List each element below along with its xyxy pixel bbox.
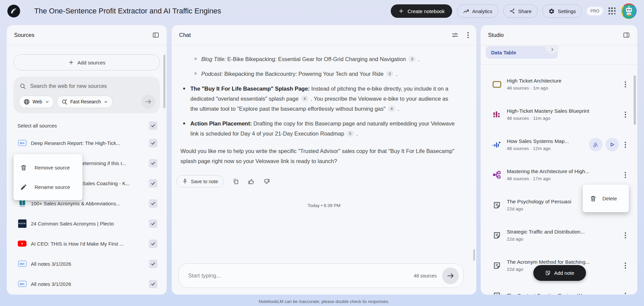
top-bar: The One-Sentence Profit Extractor and AI…	[0, 0, 644, 22]
pro-badge: PRO	[587, 7, 603, 15]
studio-item-row[interactable]: Mastering the Architecture of High...48 …	[492, 164, 629, 185]
chat-scrollbar[interactable]	[473, 249, 475, 261]
analytics-button[interactable]: Analytics	[457, 4, 498, 18]
collapse-panel-icon[interactable]	[152, 32, 159, 39]
studio-item-more-icon[interactable]	[622, 172, 629, 178]
chip-expand-icon[interactable]	[545, 45, 559, 54]
citation-chip[interactable]: 3	[386, 71, 393, 77]
send-button[interactable]	[442, 267, 459, 284]
trending-up-icon	[463, 8, 469, 14]
text-segment: .	[394, 71, 397, 77]
create-notebook-button[interactable]: Create notebook	[391, 4, 452, 18]
web-filter-chip[interactable]: Web	[19, 96, 54, 108]
share-icon	[509, 8, 515, 14]
text-segment: .	[417, 56, 420, 62]
source-checkbox[interactable]	[149, 179, 157, 188]
delete-menu-item[interactable]: Delete	[583, 185, 629, 212]
studio-item-title: Strategic Traffic and Distribution...	[507, 229, 622, 235]
studio-item-meta: 48 sources · 12m ago	[507, 146, 589, 151]
chat-message-line: The "Buy It For Life Basecamp" Splash Pa…	[180, 84, 457, 114]
studio-scrollbar[interactable]	[634, 75, 636, 125]
studio-item-more-icon[interactable]	[622, 111, 629, 118]
text-segment: Podcast:	[201, 71, 223, 77]
flashcards-icon	[492, 81, 501, 88]
sparkle-search-icon	[61, 99, 68, 105]
chat-input-placeholder: Start typing...	[188, 272, 414, 279]
source-title: Deep Research Report: The High-Tick...	[31, 140, 145, 146]
copy-icon[interactable]	[232, 178, 239, 185]
note-icon	[493, 261, 501, 270]
add-note-button[interactable]: Add note	[533, 265, 586, 281]
studio-item-more-icon[interactable]	[622, 293, 629, 295]
citation-chip[interactable]: 5	[347, 131, 354, 137]
notebooklm-logo-icon[interactable]	[7, 5, 20, 17]
plecto-icon: PLECTO	[18, 219, 26, 228]
trash-icon	[590, 195, 597, 202]
studio-item-meta: 48 sources · 11m ago	[507, 116, 622, 121]
mindmap-icon	[492, 171, 502, 179]
text-segment: Would you like me to help you write the …	[180, 148, 454, 164]
trash-icon	[20, 164, 27, 171]
thumbs-up-icon[interactable]	[248, 178, 255, 185]
source-checkbox[interactable]	[149, 159, 157, 167]
chat-input[interactable]: Start typing... 48 sources	[178, 263, 464, 288]
studio-item-row[interactable]: Strategic Traffic and Distribution...22d…	[492, 225, 629, 246]
citation-chip[interactable]: 4	[301, 96, 308, 102]
add-sources-button[interactable]: Add sources	[13, 54, 160, 70]
source-checkbox[interactable]	[149, 240, 157, 248]
studio-item-more-icon[interactable]	[622, 142, 629, 148]
search-input[interactable]: Search the web for new sources	[19, 82, 155, 90]
note-icon	[493, 292, 501, 295]
source-checkbox[interactable]	[149, 199, 157, 208]
remove-source-menu-item[interactable]: Remove source	[13, 158, 83, 177]
notebook-title: The One-Sentence Profit Extractor and AI…	[34, 7, 221, 15]
source-title: All notes 3/1/2026	[31, 281, 145, 287]
source-title: AI CEO: THIS is How I'd Make My First ..…	[31, 241, 145, 247]
source-checkbox[interactable]	[149, 139, 157, 147]
thumbs-down-icon[interactable]	[263, 178, 270, 185]
search-submit-button[interactable]	[141, 95, 155, 109]
select-all-checkbox[interactable]	[149, 121, 157, 130]
pin-icon	[182, 178, 188, 184]
studio-item-title: Mastering the Architecture of High...	[507, 168, 622, 174]
studio-item-row[interactable]: High Ticket Architecture48 sources · 1m …	[492, 74, 629, 95]
studio-item-row[interactable]: The Content Creation Engine: Wee...	[492, 285, 629, 295]
data-table-chip[interactable]: Data Table	[486, 46, 558, 59]
studio-item-more-icon[interactable]	[622, 262, 629, 269]
studio-item-more-icon[interactable]	[622, 232, 629, 239]
text-segment: Blog Title:	[201, 56, 226, 62]
citation-chip[interactable]: 4	[388, 106, 395, 112]
chat-message-line: Blog Title: E-Bike Bikepacking: Essentia…	[180, 54, 457, 64]
source-checkbox[interactable]	[149, 219, 157, 228]
studio-panel: Studio Data Table High Ticket Architectu…	[481, 25, 637, 295]
source-row[interactable]: m+All notes 3/1/2026	[17, 275, 157, 292]
settings-button[interactable]: Settings	[542, 4, 582, 18]
source-row[interactable]: m+All notes 3/1/2026	[17, 255, 157, 272]
interactive-mode-button[interactable]	[589, 138, 602, 151]
sources-scrollbar[interactable]	[163, 55, 165, 108]
text-segment: Action Plan Placement:	[191, 120, 252, 126]
chat-more-icon[interactable]	[467, 32, 469, 38]
note-icon	[492, 261, 502, 270]
mind-map-icon	[492, 171, 501, 179]
citation-chip[interactable]: 3	[409, 56, 416, 62]
source-row[interactable]: AI CEO: THIS is How I'd Make My First ..…	[17, 235, 157, 252]
share-button[interactable]: Share	[503, 4, 538, 18]
source-row[interactable]: PLECTO24 Common Sales Acronyms | Plecto	[17, 215, 157, 232]
source-row[interactable]: m+Deep Research Report: The High-Tick...	[17, 135, 157, 151]
studio-item-row[interactable]: High-Ticket Mastery Sales Blueprint48 so…	[492, 104, 629, 125]
studio-item-more-icon[interactable]	[622, 81, 629, 88]
save-to-note-button[interactable]: Save to note	[176, 175, 224, 188]
avatar[interactable]	[621, 3, 637, 19]
tune-icon[interactable]	[451, 32, 459, 39]
source-checkbox[interactable]	[149, 280, 157, 288]
rename-source-menu-item[interactable]: Rename source	[13, 177, 83, 197]
bullet-marker	[183, 88, 185, 90]
play-button[interactable]	[605, 138, 619, 151]
source-checkbox[interactable]	[149, 260, 157, 268]
studio-item-row[interactable]: How Sales Systems Map...48 sources · 12m…	[492, 134, 629, 155]
notebooklm-note-icon: m+	[18, 281, 26, 287]
apps-grid-icon[interactable]	[608, 7, 616, 15]
research-mode-chip[interactable]: Fast Research	[57, 96, 113, 108]
expand-panel-icon[interactable]	[623, 32, 630, 39]
